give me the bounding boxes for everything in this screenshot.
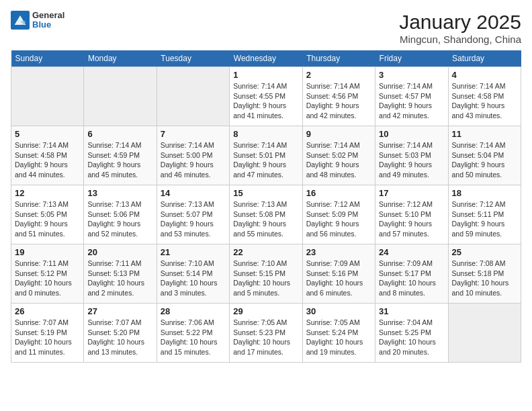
day-number: 23	[306, 247, 371, 257]
day-number: 5	[15, 129, 80, 139]
day-number: 13	[87, 188, 152, 198]
logo-text: General Blue	[32, 11, 64, 30]
cell-info: Sunrise: 7:07 AMSunset: 5:20 PMDaylight:…	[87, 318, 152, 357]
calendar-cell: 27Sunrise: 7:07 AMSunset: 5:20 PMDayligh…	[84, 304, 157, 363]
cell-info: Sunrise: 7:14 AMSunset: 5:03 PMDaylight:…	[379, 140, 444, 180]
cell-info: Sunrise: 7:07 AMSunset: 5:19 PMDaylight:…	[15, 318, 80, 357]
calendar-cell	[11, 67, 84, 126]
calendar-cell: 3Sunrise: 7:14 AMSunset: 4:57 PMDaylight…	[375, 67, 448, 126]
calendar-cell: 5Sunrise: 7:14 AMSunset: 4:58 PMDaylight…	[11, 126, 84, 185]
calendar-cell: 25Sunrise: 7:08 AMSunset: 5:18 PMDayligh…	[448, 244, 521, 304]
cell-info: Sunrise: 7:14 AMSunset: 4:57 PMDaylight:…	[379, 81, 444, 121]
calendar-cell	[157, 67, 229, 126]
cell-info: Sunrise: 7:04 AMSunset: 5:25 PMDaylight:…	[379, 318, 444, 357]
cell-info: Sunrise: 7:14 AMSunset: 5:01 PMDaylight:…	[233, 140, 298, 180]
cell-info: Sunrise: 7:12 AMSunset: 5:10 PMDaylight:…	[379, 199, 444, 239]
calendar-cell: 18Sunrise: 7:12 AMSunset: 5:11 PMDayligh…	[448, 185, 521, 244]
calendar-cell: 29Sunrise: 7:05 AMSunset: 5:23 PMDayligh…	[230, 304, 302, 363]
title-block: January 2025 Mingcun, Shandong, China	[399, 11, 521, 45]
cell-info: Sunrise: 7:13 AMSunset: 5:06 PMDaylight:…	[87, 199, 152, 239]
calendar-header: SundayMondayTuesdayWednesdayThursdayFrid…	[11, 50, 521, 67]
day-number: 6	[87, 129, 152, 139]
cell-info: Sunrise: 7:13 AMSunset: 5:05 PMDaylight:…	[15, 199, 80, 239]
weekday-header: Wednesday	[230, 50, 302, 67]
calendar-cell: 21Sunrise: 7:10 AMSunset: 5:14 PMDayligh…	[157, 244, 229, 304]
day-number: 18	[452, 188, 517, 198]
cell-info: Sunrise: 7:13 AMSunset: 5:08 PMDaylight:…	[233, 199, 298, 239]
calendar-cell: 14Sunrise: 7:13 AMSunset: 5:07 PMDayligh…	[157, 185, 229, 244]
logo-icon	[11, 11, 30, 30]
day-number: 31	[379, 306, 444, 316]
cell-info: Sunrise: 7:06 AMSunset: 5:22 PMDaylight:…	[161, 318, 226, 357]
month-title: January 2025	[399, 11, 521, 34]
calendar-table: SundayMondayTuesdayWednesdayThursdayFrid…	[11, 50, 521, 363]
weekday-header: Monday	[84, 50, 157, 67]
calendar-cell: 6Sunrise: 7:14 AMSunset: 4:59 PMDaylight…	[84, 126, 157, 185]
cell-info: Sunrise: 7:09 AMSunset: 5:16 PMDaylight:…	[306, 259, 371, 298]
day-number: 28	[161, 306, 226, 316]
cell-info: Sunrise: 7:14 AMSunset: 4:58 PMDaylight:…	[15, 140, 80, 180]
day-number: 29	[233, 306, 298, 316]
cell-info: Sunrise: 7:14 AMSunset: 5:00 PMDaylight:…	[161, 140, 226, 180]
day-number: 24	[379, 247, 444, 257]
calendar-cell: 31Sunrise: 7:04 AMSunset: 5:25 PMDayligh…	[375, 304, 448, 363]
page-header: General Blue January 2025 Mingcun, Shand…	[11, 11, 521, 45]
cell-info: Sunrise: 7:14 AMSunset: 5:02 PMDaylight:…	[306, 140, 371, 180]
calendar-cell: 2Sunrise: 7:14 AMSunset: 4:56 PMDaylight…	[302, 67, 375, 126]
calendar-cell: 8Sunrise: 7:14 AMSunset: 5:01 PMDaylight…	[230, 126, 302, 185]
calendar-cell: 12Sunrise: 7:13 AMSunset: 5:05 PMDayligh…	[11, 185, 84, 244]
cell-info: Sunrise: 7:12 AMSunset: 5:11 PMDaylight:…	[452, 199, 517, 239]
calendar-body: 1Sunrise: 7:14 AMSunset: 4:55 PMDaylight…	[11, 67, 521, 363]
calendar-cell: 16Sunrise: 7:12 AMSunset: 5:09 PMDayligh…	[302, 185, 375, 244]
calendar-cell: 22Sunrise: 7:10 AMSunset: 5:15 PMDayligh…	[230, 244, 302, 304]
day-number: 15	[233, 188, 298, 198]
cell-info: Sunrise: 7:14 AMSunset: 4:59 PMDaylight:…	[87, 140, 152, 180]
day-number: 9	[306, 129, 371, 139]
calendar-cell	[448, 304, 521, 363]
calendar-cell: 23Sunrise: 7:09 AMSunset: 5:16 PMDayligh…	[302, 244, 375, 304]
day-number: 21	[161, 247, 226, 257]
calendar-cell: 10Sunrise: 7:14 AMSunset: 5:03 PMDayligh…	[375, 126, 448, 185]
calendar-cell: 24Sunrise: 7:09 AMSunset: 5:17 PMDayligh…	[375, 244, 448, 304]
cell-info: Sunrise: 7:05 AMSunset: 5:23 PMDaylight:…	[233, 318, 298, 357]
day-number: 1	[233, 70, 298, 80]
calendar-cell	[84, 67, 157, 126]
day-number: 26	[15, 306, 80, 316]
calendar-cell: 4Sunrise: 7:14 AMSunset: 4:58 PMDaylight…	[448, 67, 521, 126]
day-number: 17	[379, 188, 444, 198]
day-number: 16	[306, 188, 371, 198]
day-number: 20	[87, 247, 152, 257]
logo-general: General	[32, 11, 64, 20]
day-number: 11	[452, 129, 517, 139]
weekday-header: Tuesday	[157, 50, 229, 67]
calendar-cell: 30Sunrise: 7:05 AMSunset: 5:24 PMDayligh…	[302, 304, 375, 363]
calendar-cell: 13Sunrise: 7:13 AMSunset: 5:06 PMDayligh…	[84, 185, 157, 244]
cell-info: Sunrise: 7:11 AMSunset: 5:13 PMDaylight:…	[87, 259, 152, 298]
cell-info: Sunrise: 7:10 AMSunset: 5:14 PMDaylight:…	[161, 259, 226, 298]
calendar-cell: 19Sunrise: 7:11 AMSunset: 5:12 PMDayligh…	[11, 244, 84, 304]
calendar-cell: 1Sunrise: 7:14 AMSunset: 4:55 PMDaylight…	[230, 67, 302, 126]
weekday-header: Sunday	[11, 50, 84, 67]
calendar-cell: 28Sunrise: 7:06 AMSunset: 5:22 PMDayligh…	[157, 304, 229, 363]
day-number: 14	[161, 188, 226, 198]
day-number: 8	[233, 129, 298, 139]
cell-info: Sunrise: 7:14 AMSunset: 5:04 PMDaylight:…	[452, 140, 517, 180]
day-number: 30	[306, 306, 371, 316]
day-number: 12	[15, 188, 80, 198]
logo-blue: Blue	[32, 20, 64, 30]
day-number: 2	[306, 70, 371, 80]
logo: General Blue	[11, 11, 64, 30]
cell-info: Sunrise: 7:05 AMSunset: 5:24 PMDaylight:…	[306, 318, 371, 357]
calendar-cell: 7Sunrise: 7:14 AMSunset: 5:00 PMDaylight…	[157, 126, 229, 185]
cell-info: Sunrise: 7:12 AMSunset: 5:09 PMDaylight:…	[306, 199, 371, 239]
day-number: 3	[379, 70, 444, 80]
cell-info: Sunrise: 7:09 AMSunset: 5:17 PMDaylight:…	[379, 259, 444, 298]
day-number: 22	[233, 247, 298, 257]
weekday-header: Saturday	[448, 50, 521, 67]
location: Mingcun, Shandong, China	[399, 34, 521, 45]
day-number: 10	[379, 129, 444, 139]
day-number: 7	[161, 129, 226, 139]
cell-info: Sunrise: 7:13 AMSunset: 5:07 PMDaylight:…	[161, 199, 226, 239]
weekday-header: Friday	[375, 50, 448, 67]
cell-info: Sunrise: 7:14 AMSunset: 4:58 PMDaylight:…	[452, 81, 517, 121]
